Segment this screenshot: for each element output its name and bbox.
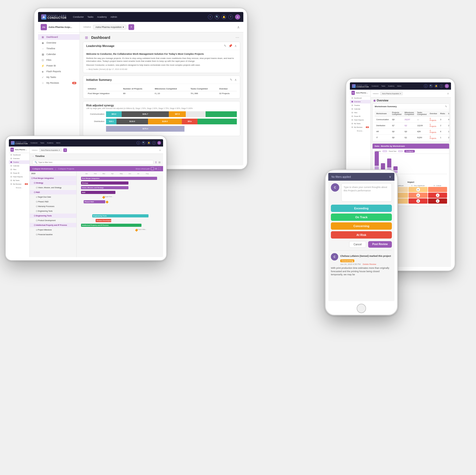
medium-sidebar-files[interactable]: Files — [350, 111, 370, 114]
small-bell-icon[interactable]: 🔔 — [147, 141, 151, 145]
nav-conductor[interactable]: Conductor — [73, 16, 84, 18]
sidebar-item-powerbi[interactable]: ⚡ Power BI — [38, 63, 79, 69]
filter-button[interactable]: ⧖ — [128, 24, 134, 30]
small-sidebar-calendar[interactable]: Calendar — [9, 164, 29, 168]
small-sidebar-flash[interactable]: Flash Reports — [9, 175, 29, 179]
timeline-collapse-btn[interactable]: ∧ — [159, 149, 161, 151]
phone-home-button[interactable] — [357, 304, 366, 313]
medium-bell-icon[interactable]: 🔔 — [434, 84, 438, 88]
gantt-row-rd[interactable]: ⬡ R&D — [30, 190, 76, 195]
gantt-row-engtools[interactable]: ⬡ Engineering Tools — [30, 214, 76, 218]
medium-sidebar-dashboard[interactable]: Dashboard — [350, 96, 370, 100]
sidebar-item-overview[interactable]: ◉ Overview — [38, 40, 79, 46]
small-search-icon[interactable]: 🔍 — [142, 141, 145, 145]
medium-nav-admin[interactable]: Admin — [397, 85, 401, 87]
sidebar-item-flash[interactable]: ◈ Flash Reports — [38, 69, 79, 74]
sidebar-item-timeline[interactable]: → Timeline — [38, 46, 79, 51]
medium-sidebar-powerbi[interactable]: Power BI — [350, 114, 370, 118]
nav-academy[interactable]: Academy — [97, 16, 107, 18]
collapse-button[interactable]: ∧ — [237, 25, 240, 29]
small-sidebar-timeline[interactable]: Timeline — [9, 160, 29, 164]
small-nav-admin[interactable]: Admin — [56, 142, 60, 144]
initiative-selector[interactable]: Astra Pharma Acquisition ▾ — [93, 25, 126, 29]
medium-nav-conductor[interactable]: Conductor — [372, 85, 379, 87]
timeline-search-input[interactable] — [38, 161, 151, 163]
bell-icon-btn[interactable]: 🔔 — [221, 15, 226, 19]
exceeding-btn[interactable]: Exceeding — [331, 205, 392, 212]
configure-btn[interactable]: Configure — [404, 150, 415, 153]
small-help-icon[interactable]: ? — [152, 141, 156, 145]
small-nav-conductor[interactable]: Conductor — [30, 142, 38, 144]
medium-ws-edit-icon[interactable]: ✎ — [445, 105, 447, 108]
medium-sidebar-browse[interactable]: Browse... — [350, 129, 370, 133]
small-sidebar-overview[interactable]: Overview — [9, 157, 29, 160]
timeline-more-icon[interactable]: ⊞ — [158, 161, 160, 164]
collapse-projects-btn[interactable]: Collapse Projects — [58, 168, 74, 170]
on-track-btn[interactable]: On Track — [331, 214, 392, 221]
small-sidebar-powerbi[interactable]: Power BI — [9, 171, 29, 175]
collapse-summary-icon[interactable]: ∧ — [234, 78, 237, 82]
medium-sidebar-calendar[interactable]: Calendar — [350, 107, 370, 111]
critical-path-checkbox[interactable] — [151, 167, 154, 170]
small-sidebar-myreviews[interactable]: My Reviews 25 — [9, 182, 29, 186]
timeline-initiative-selector[interactable]: Astra Pharma Acquisition ▾ — [39, 148, 62, 152]
filter-chevron-icon[interactable]: ∨ — [389, 175, 391, 179]
edit-icon[interactable]: ✎ — [224, 44, 226, 48]
small-add-icon[interactable]: + — [137, 141, 140, 145]
small-sidebar-browse[interactable]: Browse... — [9, 186, 29, 190]
fiscal-chip[interactable] — [398, 150, 403, 152]
gantt-row-targetdate[interactable]: ◇ Target Due Date — [30, 195, 76, 199]
sidebar-item-calendar[interactable]: ▦ Calendar — [38, 51, 79, 57]
more-options-icon[interactable]: ⋯ — [236, 35, 239, 40]
small-sidebar-files[interactable]: Files — [9, 168, 29, 171]
medium-sidebar-timeline[interactable]: Timeline — [350, 103, 370, 107]
review-textarea[interactable]: Type to share your current thoughts abou… — [341, 183, 392, 202]
user-avatar[interactable]: A — [235, 14, 240, 20]
sidebar-item-myreviews[interactable]: ☆ My Reviews 24 — [38, 80, 79, 86]
post-review-button[interactable]: Post Review — [368, 241, 392, 248]
help-icon-btn[interactable]: ? — [228, 15, 233, 19]
medium-sidebar-mytasks[interactable]: My Tasks — [350, 122, 370, 125]
medium-help-icon[interactable]: ? — [440, 84, 443, 88]
gantt-row-projmile[interactable]: ◇ Project Milestone — [30, 228, 76, 232]
at-risk-btn[interactable]: At Risk — [331, 231, 392, 239]
gantt-row-financial[interactable]: ⬡ Financial baseline — [30, 232, 76, 237]
nav-tasks[interactable]: Tasks — [88, 16, 94, 18]
collapse-workstreams-btn[interactable]: Collapse Workstreams — [32, 168, 53, 170]
timeline-search-box[interactable]: 🔍 — [32, 160, 153, 165]
sidebar-item-dashboard[interactable]: ⊞ Dashboard — [38, 34, 79, 40]
gantt-row-warranty[interactable]: ⬡ Warranty Processes — [30, 204, 76, 209]
medium-search-icon[interactable]: 🔍 — [429, 84, 433, 88]
small-nav-tasks[interactable]: Tasks — [40, 142, 44, 144]
medium-add-icon[interactable]: + — [424, 84, 428, 88]
medium-sidebar-overview[interactable]: Overview — [350, 100, 370, 103]
collapse-card-icon[interactable]: ∧ — [234, 44, 237, 48]
category-chip[interactable] — [382, 150, 387, 152]
medium-initiative-selector[interactable]: Astra Pharma Acquisition ▾ — [380, 92, 403, 95]
cancel-button[interactable]: Cancel — [349, 241, 366, 248]
medium-sidebar-flash[interactable]: Flash Reports — [350, 118, 370, 122]
search-icon-btn[interactable]: 🔍 — [215, 15, 219, 19]
pin-icon[interactable]: 📌 — [228, 44, 232, 48]
small-sidebar-mytasks[interactable]: My Tasks — [9, 179, 29, 182]
medium-nav-tasks[interactable]: Tasks — [381, 85, 385, 87]
small-nav-academy[interactable]: Academy — [47, 142, 53, 144]
sidebar-item-mytasks[interactable]: ✓ My Tasks — [38, 74, 79, 80]
gantt-row-engtools-item[interactable]: ⬡ Engineering Tools — [30, 209, 76, 214]
gantt-row-proddev[interactable]: ⬡ Product Development — [30, 218, 76, 223]
edit-summary-icon[interactable]: ✎ — [230, 78, 232, 82]
medium-collapse-btn[interactable]: ∧ — [447, 92, 449, 95]
gantt-row-ip[interactable]: ⬡ Intellectual Property and IP Process — [30, 223, 76, 228]
timeline-filter-icon[interactable]: ⧖ — [155, 161, 157, 164]
medium-user-avatar[interactable]: A — [445, 84, 449, 88]
timeline-filter-btn[interactable]: ⧖ — [63, 148, 67, 152]
delete-review-link[interactable]: Delete Review — [363, 263, 376, 265]
gantt-row-pmi[interactable]: ⬡ Post Merger Integration — [30, 176, 76, 181]
add-icon-btn[interactable]: + — [208, 15, 213, 19]
sidebar-item-files[interactable]: ⊡ Files — [38, 57, 79, 63]
expand-icon[interactable]: ⊞ — [155, 167, 157, 170]
concerning-btn[interactable]: Concerning — [331, 222, 392, 230]
gantt-row-phase1[interactable]: ⬡ Phase1 R&D — [30, 199, 76, 204]
small-user-avatar[interactable]: A — [157, 141, 161, 145]
medium-nav-academy[interactable]: Academy — [388, 85, 394, 87]
